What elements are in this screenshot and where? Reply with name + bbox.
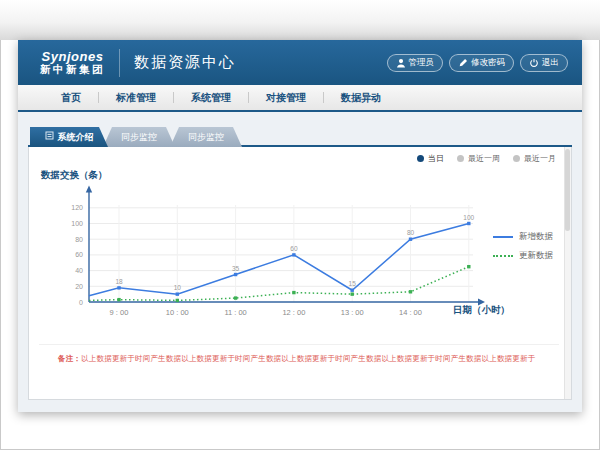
edit-icon (458, 58, 468, 68)
series-line (89, 267, 469, 301)
scrollbar-thumb[interactable] (565, 149, 570, 231)
tab-system-intro[interactable]: 系统介绍 (30, 127, 108, 147)
x-axis-title: 日期（小时） (453, 304, 509, 316)
range-option-label: 最近一月 (524, 153, 556, 164)
x-tick-label: 12 : 00 (282, 308, 305, 317)
data-point-marker (234, 296, 237, 299)
tab-sync-monitor-1[interactable]: 同步监控 (103, 127, 175, 147)
data-point-label: 15 (349, 280, 357, 287)
user-button-label: 管理员 (409, 57, 435, 69)
document-icon (45, 127, 54, 147)
y-tick-label: 0 (79, 299, 83, 306)
legend-item-new-data[interactable]: 新增数据 (493, 231, 553, 243)
panel-body: 当日 最近一周 最近一月 数据交换（条） 0204060801001209 : … (28, 147, 572, 400)
x-tick-label: 10 : 00 (166, 308, 189, 317)
data-point-marker (409, 290, 412, 293)
tab-label: 系统介绍 (58, 127, 94, 147)
chart-svg: 0204060801001209 : 0010 : 0011 : 0012 : … (49, 185, 509, 320)
footer-note: 备注：以上数据更新于时间产生数据以上数据更新于时间产生数据以上数据更新于时间产生… (39, 344, 559, 364)
data-point-marker (467, 222, 470, 225)
main-nav: 首页 标准管理 系统管理 对接管理 数据异动 (18, 85, 582, 112)
x-tick-label: 9 : 00 (110, 308, 129, 317)
data-point-marker (351, 289, 354, 292)
desktop-background (0, 0, 600, 40)
data-point-label: 18 (115, 278, 123, 285)
data-point-label: 35 (232, 265, 240, 272)
y-tick-label: 40 (75, 267, 83, 274)
legend-label: 新增数据 (519, 231, 553, 243)
nav-item-home[interactable]: 首页 (44, 91, 98, 105)
range-filter: 当日 最近一周 最近一月 (417, 153, 556, 164)
data-point-marker (176, 299, 179, 302)
footer-note-prefix: 备注： (58, 354, 81, 363)
user-button[interactable]: 管理员 (387, 54, 444, 72)
data-point-label: 60 (290, 245, 298, 252)
change-password-button[interactable]: 修改密码 (449, 54, 514, 72)
data-point-marker (117, 298, 120, 301)
data-point-marker (176, 292, 179, 295)
data-point-marker (409, 238, 412, 241)
data-point-label: 80 (407, 229, 415, 236)
legend-swatch-1 (493, 255, 513, 257)
scrollbar-track[interactable] (564, 147, 571, 399)
tab-sync-monitor-2[interactable]: 同步监控 (170, 127, 242, 147)
y-tick-label: 100 (71, 220, 83, 227)
data-point-label: 100 (463, 214, 474, 221)
content-area: 系统介绍 同步监控 同步监控 当日 最近一周 (18, 114, 582, 412)
page-title: 数据资源中心 (134, 53, 236, 72)
power-icon (529, 58, 539, 68)
app-window: Synjones 新中新集团 数据资源中心 管理员 修改密码 (18, 40, 582, 412)
chart-legend: 新增数据 更新数据 (493, 231, 553, 262)
range-option-last-month[interactable]: 最近一月 (513, 153, 556, 164)
legend-label: 更新数据 (519, 250, 553, 262)
screen: Synjones 新中新集团 数据资源中心 管理员 修改密码 (0, 0, 600, 450)
y-tick-label: 80 (75, 236, 83, 243)
nav-item-system-mgmt[interactable]: 系统管理 (174, 91, 248, 105)
data-point-label: 10 (174, 284, 182, 291)
range-option-label: 当日 (428, 153, 444, 164)
data-point-marker (351, 292, 354, 295)
legend-item-update-data[interactable]: 更新数据 (493, 250, 553, 262)
brand-logo: Synjones 新中新集团 (40, 50, 105, 76)
y-axis-arrow (86, 186, 92, 193)
y-tick-label: 20 (75, 283, 83, 290)
data-point-marker (234, 273, 237, 276)
app-header: Synjones 新中新集团 数据资源中心 管理员 修改密码 (18, 40, 582, 85)
main-panel: 系统介绍 同步监控 同步监控 当日 最近一周 (28, 127, 572, 402)
data-point-marker (467, 265, 470, 268)
logout-label: 退出 (542, 57, 559, 69)
nav-item-interface-mgmt[interactable]: 对接管理 (249, 91, 323, 105)
change-password-label: 修改密码 (471, 57, 505, 69)
range-option-today[interactable]: 当日 (417, 153, 444, 164)
data-point-marker (292, 253, 295, 256)
x-tick-label: 11 : 00 (224, 308, 246, 317)
y-tick-label: 60 (75, 251, 83, 258)
x-tick-label: 13 : 00 (341, 308, 364, 317)
nav-item-standard-mgmt[interactable]: 标准管理 (99, 91, 173, 105)
y-axis-title: 数据交换（条） (41, 169, 108, 182)
range-option-last-week[interactable]: 最近一周 (457, 153, 500, 164)
header-divider (119, 49, 120, 77)
radio-dot-icon (513, 155, 520, 162)
brand-logo-primary: Synjones (40, 50, 105, 64)
data-point-marker (292, 291, 295, 294)
nav-item-data-change[interactable]: 数据异动 (324, 91, 398, 105)
tab-strip: 系统介绍 同步监控 同步监控 (28, 127, 572, 147)
x-tick-label: 14 : 00 (399, 308, 422, 317)
radio-dot-icon (457, 155, 464, 162)
legend-swatch-0 (493, 236, 513, 238)
y-tick-label: 120 (71, 204, 83, 211)
logout-button[interactable]: 退出 (520, 54, 568, 72)
brand-logo-secondary: 新中新集团 (40, 64, 105, 76)
user-icon (396, 58, 406, 68)
radio-dot-icon (417, 155, 424, 162)
header-actions: 管理员 修改密码 退出 (387, 54, 569, 72)
range-option-label: 最近一周 (468, 153, 500, 164)
footer-note-text: 以上数据更新于时间产生数据以上数据更新于时间产生数据以上数据更新于时间产生数据以… (81, 354, 535, 363)
data-point-marker (117, 286, 120, 289)
